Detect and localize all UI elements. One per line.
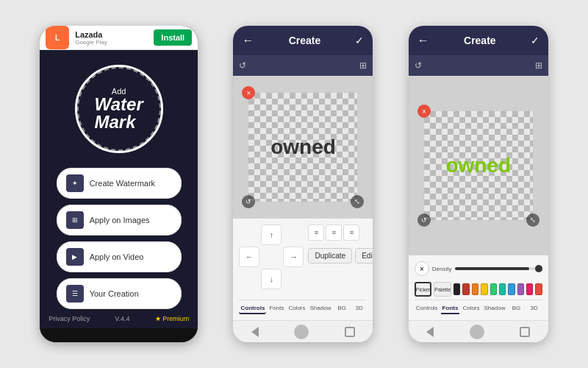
tab-controls[interactable]: Controls	[239, 303, 266, 314]
right-nav-back-icon[interactable]	[426, 327, 434, 337]
right-nav-home-icon[interactable]	[470, 325, 484, 339]
move-empty-br	[283, 269, 304, 289]
watermark-logo: Add Water Mark	[75, 65, 163, 153]
density-slider[interactable]	[455, 267, 542, 270]
color-red[interactable]	[535, 283, 542, 295]
align-center-btn[interactable]: ≡	[326, 224, 342, 241]
move-right-btn[interactable]: →	[283, 247, 304, 267]
your-creation-btn[interactable]: ☰ Your Creation	[57, 278, 182, 309]
creation-icon: ☰	[66, 285, 84, 302]
move-empty-tr	[283, 224, 304, 245]
right-canvas[interactable]: owned	[423, 110, 534, 221]
right-grid-icon[interactable]: ⊞	[535, 60, 542, 71]
density-fill	[455, 267, 529, 270]
move-left-btn[interactable]: ←	[239, 247, 259, 267]
right-controls-panel: × Density Picker Palette	[409, 255, 548, 320]
mid-header: ← Create ✓	[233, 26, 373, 55]
mid-controls: ↑ ← → ↓ ≡ ≡ ≡	[233, 219, 373, 320]
tab-bg[interactable]: BG	[334, 303, 350, 314]
align-right-btn[interactable]: ≡	[343, 224, 359, 241]
right-tab-shadow[interactable]: Shadow	[483, 303, 507, 314]
color-red-dark[interactable]	[462, 283, 469, 295]
right-back-arrow-icon[interactable]: ←	[417, 34, 429, 47]
right-nav-recent-icon[interactable]	[520, 327, 530, 337]
right-canvas-delete-button[interactable]: ×	[417, 105, 431, 118]
color-purple[interactable]	[517, 283, 524, 295]
duplicate-button[interactable]: Duplicate	[308, 248, 352, 263]
privacy-policy-link[interactable]: Privacy Policy	[49, 315, 90, 322]
color-blue[interactable]	[508, 283, 514, 295]
align-row: ≡ ≡ ≡	[308, 224, 373, 241]
color-green[interactable]	[490, 283, 497, 295]
logo-mark: Mark	[95, 112, 136, 132]
canvas-rotate-button[interactable]: ↺	[242, 195, 255, 208]
mid-phone: ← Create ✓ ↺ ⊞ owned × ↺ ⤡	[233, 26, 373, 342]
color-yellow[interactable]	[481, 283, 487, 295]
grid-icon[interactable]: ⊞	[359, 60, 367, 71]
right-canvas-text[interactable]: owned	[445, 154, 511, 177]
back-arrow-icon[interactable]: ←	[242, 34, 254, 47]
canvas-text[interactable]: owned	[270, 135, 336, 159]
phone-main-content: Add Water Mark ✦ Create Watermark ⊞ Appl…	[40, 50, 198, 309]
align-buttons: ≡ ≡ ≡	[308, 224, 359, 241]
density-thumb	[535, 265, 542, 272]
nav-back-icon[interactable]	[251, 327, 259, 337]
video-label: Apply on Video	[90, 252, 144, 261]
right-tab-fonts[interactable]: Fonts	[441, 303, 460, 314]
images-icon: ⊞	[66, 211, 84, 229]
video-icon: ▶	[66, 248, 84, 266]
move-down-btn[interactable]: ↓	[261, 269, 282, 289]
right-tab-controls[interactable]: Controls	[415, 303, 440, 314]
canvas-wrapper: owned × ↺ ⤡	[248, 92, 358, 202]
align-left-btn[interactable]: ≡	[308, 224, 324, 241]
premium-button[interactable]: ★ Premium	[155, 315, 190, 322]
right-toolbar: ↺ ⊞	[409, 55, 548, 76]
phone-bottom-bar	[40, 328, 198, 342]
right-tab-colors[interactable]: Colors	[461, 303, 481, 314]
right-header-title: Create	[464, 35, 496, 46]
move-empty-tl	[239, 224, 259, 245]
mid-canvas-area: owned × ↺ ⤡	[233, 76, 373, 219]
right-header: ← Create ✓	[409, 26, 548, 55]
tab-fonts[interactable]: Fonts	[268, 303, 285, 314]
right-undo-icon[interactable]: ↺	[415, 60, 422, 71]
picker-button[interactable]: Picker	[415, 282, 431, 297]
right-canvas-rotate-button[interactable]: ↺	[417, 213, 431, 227]
mid-tab-row: Controls Fonts Colors Shadow BG 3D	[239, 300, 367, 314]
apply-images-btn[interactable]: ⊞ Apply on Images	[57, 205, 182, 236]
logo-water: Water	[95, 94, 143, 114]
tab-shadow[interactable]: Shadow	[309, 303, 333, 314]
color-black[interactable]	[453, 283, 460, 295]
right-tab-3d[interactable]: 3D	[526, 303, 542, 314]
mid-toolbar: ↺ ⊞	[233, 55, 373, 76]
nav-home-icon[interactable]	[294, 325, 309, 339]
create-watermark-btn[interactable]: ✦ Create Watermark	[57, 168, 182, 199]
color-orange[interactable]	[472, 283, 478, 295]
close-x-button[interactable]: ×	[415, 261, 429, 276]
duplicate-edit-row: Duplicate Edit	[308, 248, 373, 263]
install-button[interactable]: Install	[154, 29, 192, 46]
edit-button[interactable]: Edit	[355, 248, 373, 263]
color-teal[interactable]	[499, 283, 506, 295]
create-label: Create Watermark	[90, 179, 155, 188]
app-store-bar: L Lazada Google Play Install	[40, 26, 198, 50]
right-bottom-nav	[409, 320, 548, 342]
color-pink[interactable]	[526, 283, 533, 295]
app-name: Lazada	[75, 30, 148, 39]
apply-video-btn[interactable]: ▶ Apply on Video	[57, 241, 182, 272]
undo-icon[interactable]: ↺	[239, 60, 246, 71]
right-phone: ← Create ✓ ↺ ⊞ owned × ↺ ⤡ ×	[409, 26, 548, 342]
palette-button[interactable]: Palette	[434, 282, 451, 297]
tab-colors[interactable]: Colors	[287, 303, 306, 314]
right-check-icon[interactable]: ✓	[531, 35, 539, 46]
right-tab-bg[interactable]: BG	[508, 303, 524, 314]
tab-3d[interactable]: 3D	[351, 303, 368, 314]
canvas-resize-button[interactable]: ⤡	[351, 195, 364, 208]
nav-recent-icon[interactable]	[345, 327, 355, 337]
move-up-btn[interactable]: ↑	[261, 224, 282, 245]
right-canvas-resize-button[interactable]: ⤡	[526, 213, 539, 227]
left-phone: L Lazada Google Play Install Add Water M…	[40, 26, 198, 342]
canvas[interactable]: owned	[248, 92, 358, 202]
right-canvas-wrapper: owned × ↺ ⤡	[423, 110, 534, 221]
check-icon[interactable]: ✓	[355, 35, 364, 46]
